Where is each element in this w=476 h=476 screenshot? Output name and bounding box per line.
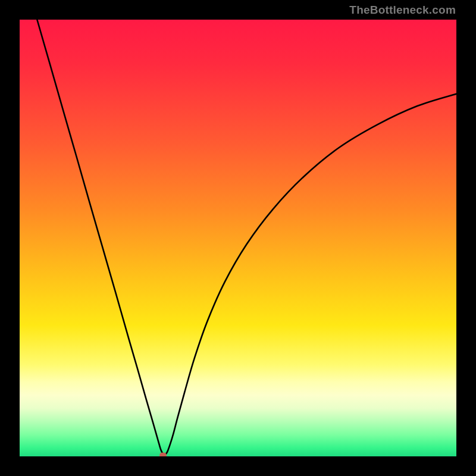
bottleneck-curve: [20, 20, 456, 456]
plot-area: [20, 20, 456, 456]
curve-path: [37, 20, 456, 455]
watermark-text: TheBottleneck.com: [349, 4, 456, 17]
chart-container: TheBottleneck.com: [0, 0, 476, 476]
minimum-marker: [159, 452, 167, 456]
